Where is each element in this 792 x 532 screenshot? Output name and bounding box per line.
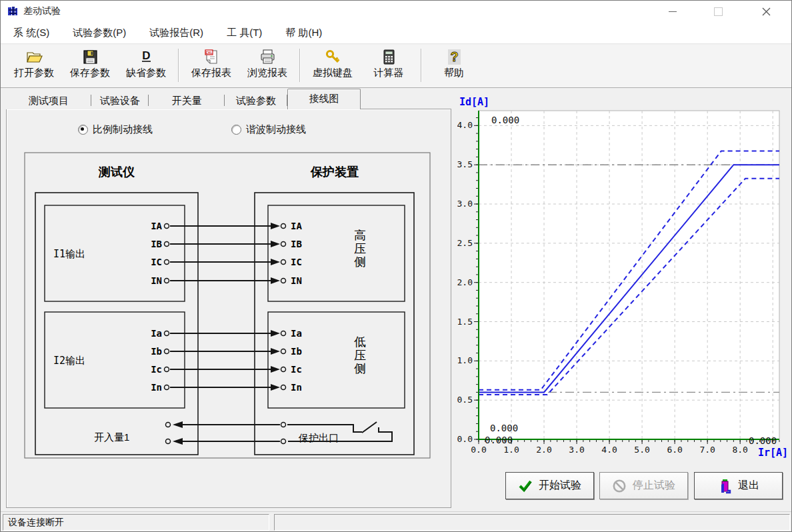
lv-side-label-char: 压	[354, 349, 366, 362]
terminal-circle	[281, 439, 286, 444]
wiring-diagram-panel: 比例制动接线 谐波制动接线 测试仪 保护装置 I1输出 I2输出 IAIAIBI	[6, 109, 451, 508]
app-window: 差动试验 系 统(S) 试验参数(P) 试验报告(R) 工 具(T) 帮 助(H…	[0, 0, 792, 532]
radio-ratio-restraint-label: 比例制动接线	[93, 123, 153, 136]
svg-text:0.0: 0.0	[471, 445, 486, 455]
terminal-circle	[165, 331, 169, 336]
default-params-button[interactable]: D 缺省参数	[118, 47, 174, 81]
tab-test-items[interactable]: 测试项目	[6, 92, 91, 109]
save-report-icon: EXL	[203, 48, 221, 66]
tab-test-parameters[interactable]: 试验参数	[225, 92, 287, 109]
svg-text:4.0: 4.0	[601, 445, 617, 455]
menu-tools[interactable]: 工 具(T)	[218, 23, 271, 43]
save-report-button[interactable]: EXL 保存报表	[183, 47, 239, 81]
x-axis-label: Ir[A]	[758, 447, 788, 459]
terminal-circle	[281, 260, 286, 265]
exit-button[interactable]: 退出	[694, 472, 783, 499]
tester-outer-box	[35, 193, 198, 455]
svg-text:3.0: 3.0	[457, 199, 473, 209]
svg-text:2.0: 2.0	[536, 445, 551, 455]
tab-wiring-diagram[interactable]: 接线图	[287, 89, 361, 109]
status-bar: 设备连接断开	[1, 511, 791, 532]
y-axis-label: Id[A]	[459, 96, 489, 108]
svg-text:7.0: 7.0	[699, 445, 715, 455]
menu-test-report[interactable]: 试验报告(R)	[141, 23, 212, 43]
toolbar-label: 缺省参数	[126, 67, 166, 79]
radio-harmonic-restraint-circle[interactable]	[231, 125, 241, 135]
svg-text:EXL: EXL	[205, 51, 213, 55]
svg-text:2.5: 2.5	[457, 238, 473, 248]
terminal-label-right: IN	[291, 275, 302, 286]
terminal-circle	[165, 349, 169, 354]
svg-text:D: D	[142, 49, 150, 62]
menu-system[interactable]: 系 统(S)	[5, 23, 58, 43]
terminal-label-left: IA	[151, 221, 162, 231]
hv-side-box	[268, 205, 405, 301]
chart-plot: 0.01.02.03.04.05.06.07.08.00.00.51.01.52…	[457, 111, 779, 455]
terminal-row: IAIA	[151, 221, 302, 231]
close-button[interactable]	[751, 1, 781, 22]
svg-text:2.0: 2.0	[457, 277, 473, 287]
radio-harmonic-restraint[interactable]: 谐波制动接线	[231, 123, 306, 136]
terminal-label-right: Ic	[291, 364, 302, 375]
terminal-circle	[165, 260, 169, 265]
device-outer-box	[255, 193, 414, 455]
terminal-label-right: IC	[291, 257, 302, 267]
binary-input-label: 开入量1	[94, 431, 129, 443]
arrow-left-icon	[173, 438, 183, 445]
svg-text:1.5: 1.5	[457, 317, 473, 327]
menu-test-parameters[interactable]: 试验参数(P)	[64, 23, 135, 43]
terminal-label-left: Ib	[151, 346, 162, 357]
terminal-circle	[281, 242, 286, 247]
terminal-circle	[281, 385, 286, 390]
minimize-button[interactable]	[657, 1, 688, 22]
radio-ratio-restraint-circle[interactable]	[78, 125, 88, 135]
svg-text:0.0: 0.0	[457, 434, 473, 444]
origin-lower-readout: 0.000	[485, 435, 513, 445]
browse-report-button[interactable]: 浏览报表	[239, 47, 295, 81]
tab-test-equipment[interactable]: 试验设备	[91, 92, 149, 109]
start-test-button[interactable]: 开始试验	[505, 472, 594, 499]
arrow-right-icon	[271, 277, 280, 284]
terminal-label-right: Ia	[291, 328, 302, 339]
save-params-button[interactable]: 保存参数	[62, 47, 118, 81]
terminal-label-right: In	[291, 382, 302, 393]
radio-ratio-restraint[interactable]: 比例制动接线	[78, 123, 153, 136]
toolbar-label: 浏览报表	[247, 67, 287, 79]
lv-side-label-char: 低	[354, 335, 366, 349]
arrow-right-icon	[271, 241, 280, 247]
arrow-right-icon	[271, 348, 280, 355]
terminal-circle	[165, 224, 169, 229]
x-axis-end-readout: 0.000	[749, 435, 777, 446]
tab-switch-quantity[interactable]: 开关量	[149, 92, 225, 109]
default-params-icon: D	[137, 48, 155, 66]
i1-output-label: I1输出	[53, 248, 85, 260]
print-preview-icon	[259, 48, 277, 66]
title-bar: 差动试验	[1, 1, 791, 22]
calculator-button[interactable]: 计算器	[361, 47, 417, 81]
binary-input-row	[166, 421, 286, 428]
svg-text:1.0: 1.0	[457, 355, 473, 365]
open-params-button[interactable]: 打开参数	[6, 47, 62, 81]
device-title: 保护装置	[310, 165, 359, 179]
minimize-icon	[669, 11, 677, 12]
help-question-icon: ?	[445, 48, 463, 66]
help-button[interactable]: ? 帮助	[426, 47, 482, 81]
open-folder-icon	[25, 48, 43, 66]
y-axis-top-readout: 0.000	[491, 115, 519, 125]
terminal-rows: IAIAIBIBICICININIaIaIbIbIcIcInIn	[151, 221, 302, 445]
menu-help[interactable]: 帮 助(H)	[277, 23, 331, 43]
stop-test-button[interactable]: 停止试验	[599, 472, 688, 499]
toolbar-label: 打开参数	[14, 67, 54, 79]
terminal-label-left: Ic	[151, 364, 162, 375]
virtual-keyboard-button[interactable]: 虚拟键盘	[305, 47, 361, 81]
binary-input-row	[166, 438, 286, 445]
toolbar-separator	[299, 49, 301, 82]
svg-text:5.0: 5.0	[634, 445, 649, 455]
app-icon	[7, 6, 18, 17]
maximize-button[interactable]	[703, 1, 733, 22]
tab-strip: 测试项目 试验设备 开关量 试验参数 接线图	[6, 91, 361, 109]
arrow-right-icon	[271, 223, 280, 229]
characteristic-chart: 0.01.02.03.04.05.06.07.08.00.00.51.01.52…	[457, 94, 792, 465]
terminal-circle	[281, 349, 286, 354]
status-connection: 设备连接断开	[3, 514, 269, 531]
